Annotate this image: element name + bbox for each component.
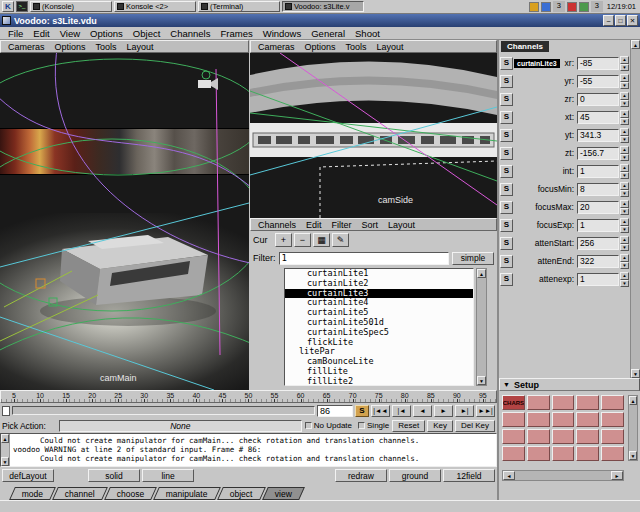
channel-value-field[interactable]: 256 [577, 237, 619, 250]
setup-vscrollbar[interactable]: ▲ ▼ [628, 395, 638, 461]
viewport-menu-layout[interactable]: Layout [372, 42, 409, 52]
cur-tool-button-3[interactable]: ✎ [332, 233, 349, 247]
pick-button-del-key[interactable]: Del Key [455, 420, 495, 432]
tray-icon-1[interactable] [529, 2, 539, 12]
filter-input[interactable] [279, 252, 450, 265]
tab-view[interactable]: view [262, 487, 305, 500]
scroll-down-icon[interactable]: ▼ [631, 369, 640, 378]
stepper-down-icon[interactable]: ▼ [620, 190, 629, 198]
chars-button[interactable]: CHARS [502, 395, 525, 410]
stepper-up-icon[interactable]: ▲ [620, 200, 629, 208]
stepper-down-icon[interactable]: ▼ [620, 280, 629, 288]
channel-list-menu-filter[interactable]: Filter [327, 220, 357, 230]
transport-button-0[interactable]: |◄◄ [371, 405, 390, 417]
tab-object[interactable]: object [217, 487, 265, 500]
stepper-up-icon[interactable]: ▲ [620, 146, 629, 154]
setup-cell[interactable] [576, 429, 599, 444]
channel-value-field[interactable]: 1 [577, 165, 619, 178]
setup-hscrollbar[interactable]: ◄ ► [502, 470, 624, 481]
stepper-up-icon[interactable]: ▲ [620, 272, 629, 280]
console-scrollbar[interactable]: ▲ ▼ [1, 434, 10, 466]
select-channel-button[interactable]: S [500, 165, 513, 178]
scroll-track[interactable] [515, 471, 611, 480]
transport-button-5[interactable]: ►►| [476, 405, 495, 417]
stepper-down-icon[interactable]: ▼ [620, 172, 629, 180]
stepper-up-icon[interactable]: ▲ [620, 92, 629, 100]
select-channel-button[interactable]: S [500, 93, 513, 106]
channel-value-field[interactable]: 1 [577, 273, 619, 286]
tab-mode[interactable]: mode [9, 487, 56, 500]
stepper-up-icon[interactable]: ▲ [620, 164, 629, 172]
checkbox-no-update[interactable]: No Update [305, 421, 352, 430]
cur-tool-button-1[interactable]: − [294, 233, 311, 247]
k-menu-button[interactable]: K [2, 1, 14, 12]
setup-cell[interactable] [576, 412, 599, 427]
viewport-menu-options[interactable]: Options [50, 42, 91, 52]
stepper-down-icon[interactable]: ▼ [620, 100, 629, 108]
timeline-scrollbar[interactable] [12, 406, 315, 415]
tray-icon-3[interactable] [567, 2, 577, 12]
menu-view[interactable]: View [55, 28, 85, 39]
menu-edit[interactable]: Edit [28, 28, 54, 39]
stepper-up-icon[interactable]: ▲ [620, 74, 629, 82]
channel-list-menu-edit[interactable]: Edit [301, 220, 327, 230]
channel-value-field[interactable]: 20 [577, 201, 619, 214]
setup-cell[interactable] [502, 446, 525, 461]
setup-cell[interactable] [601, 412, 624, 427]
menu-windows[interactable]: Windows [258, 28, 307, 39]
checkbox-single[interactable]: Single [358, 421, 389, 430]
stepper-down-icon[interactable]: ▼ [620, 244, 629, 252]
tray-icon-4[interactable] [579, 2, 589, 12]
menu-general[interactable]: General [306, 28, 350, 39]
transport-button-1[interactable]: |◄ [392, 405, 411, 417]
channel-value-field[interactable]: -156.7 [577, 147, 619, 160]
checkbox-box[interactable] [305, 422, 312, 429]
scroll-up-icon[interactable]: ▲ [629, 396, 637, 405]
scroll-left-icon[interactable]: ◄ [503, 471, 515, 480]
setup-cell[interactable] [576, 446, 599, 461]
stepper-down-icon[interactable]: ▼ [620, 154, 629, 162]
stepper-down-icon[interactable]: ▼ [620, 136, 629, 144]
transport-button-2[interactable]: ◄ [413, 405, 432, 417]
setup-cell[interactable] [527, 412, 550, 427]
channel-value-field[interactable]: 322 [577, 255, 619, 268]
viewport-menu-cameras[interactable]: Cameras [3, 42, 50, 52]
channel-value-field[interactable]: 341.3 [577, 129, 619, 142]
setup-cell[interactable] [601, 446, 624, 461]
select-channel-button[interactable]: S [500, 75, 513, 88]
frame-s-toggle[interactable]: S [355, 405, 369, 417]
frame-ruler[interactable]: 5101520253035404550556065707580859095 [0, 390, 497, 403]
camMain-viewport[interactable]: camMain [0, 53, 249, 390]
stepper-up-icon[interactable]: ▲ [620, 56, 629, 64]
stepper-up-icon[interactable]: ▲ [620, 236, 629, 244]
select-channel-button[interactable]: S [500, 237, 513, 250]
channel-value-field[interactable]: 0 [577, 93, 619, 106]
channel-list-menu-channels[interactable]: Channels [253, 220, 301, 230]
viewport-menu-tools[interactable]: Tools [341, 42, 372, 52]
channel-value-field[interactable]: 45 [577, 111, 619, 124]
transport-button-4[interactable]: ►| [455, 405, 474, 417]
setup-cell[interactable] [527, 446, 550, 461]
scroll-down-icon[interactable]: ▼ [629, 451, 637, 460]
checkbox-box[interactable] [358, 422, 365, 429]
taskbar-window-button[interactable]: Voodoo: s3Lite.v [282, 1, 364, 12]
tab-manipulate[interactable]: manipulate [154, 487, 221, 500]
stepper-down-icon[interactable]: ▼ [620, 262, 629, 270]
menu-channels[interactable]: Channels [165, 28, 215, 39]
scroll-right-icon[interactable]: ► [611, 471, 623, 480]
channel-list-menu-sort[interactable]: Sort [357, 220, 384, 230]
button-12field[interactable]: 12field [443, 469, 495, 482]
pick-action-value[interactable]: None [59, 420, 302, 432]
cur-tool-button-2[interactable]: ▦ [313, 233, 330, 247]
channel-value-field[interactable]: -55 [577, 75, 619, 88]
button-ground[interactable]: ground [389, 469, 441, 482]
setup-cell[interactable] [552, 446, 575, 461]
select-channel-button[interactable]: S [500, 57, 513, 70]
stepper-up-icon[interactable]: ▲ [620, 182, 629, 190]
window-titlebar[interactable]: Voodoo: s3Lite.vdu – □ ✕ [0, 14, 640, 27]
stepper-down-icon[interactable]: ▼ [620, 226, 629, 234]
select-channel-button[interactable]: S [500, 219, 513, 232]
maximize-button[interactable]: □ [615, 15, 626, 26]
scroll-down-icon[interactable]: ▼ [477, 376, 486, 385]
button-deflayout[interactable]: defLayout [2, 469, 54, 482]
